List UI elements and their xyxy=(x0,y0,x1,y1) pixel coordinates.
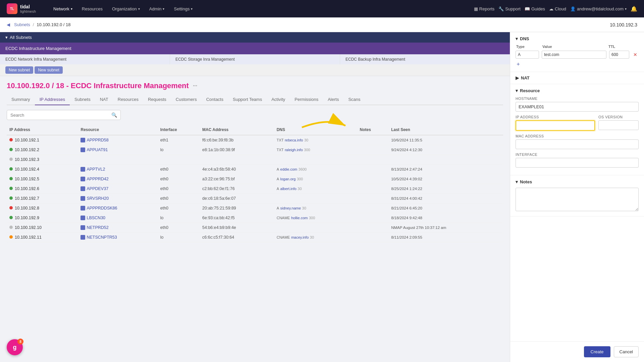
dns-type-input-0[interactable] xyxy=(516,51,539,59)
hostname-field: Hostname xyxy=(516,97,639,112)
create-button[interactable]: Create xyxy=(584,346,610,357)
tab-requests[interactable]: Requests xyxy=(143,94,171,105)
table-row[interactable]: 10.100.192.9LBSCN30lo6e:93:ca:bb:42:f5CN… xyxy=(7,213,503,223)
mac-address-input[interactable] xyxy=(516,139,639,149)
table-row[interactable]: 10.100.192.5APPPRD42eth0a3:22:ce:96:75:b… xyxy=(7,174,503,184)
resource-cell: APPTVL2 xyxy=(78,165,157,174)
tab-activity[interactable]: Activity xyxy=(267,94,290,105)
tab-resources[interactable]: Resources xyxy=(113,94,143,105)
resource-link[interactable]: APPUAT91 xyxy=(80,147,155,152)
tab-ip-addresses[interactable]: IP Addresses xyxy=(35,94,70,105)
interface-cell: eth0 xyxy=(158,194,200,203)
cancel-button[interactable]: Cancel xyxy=(614,346,639,357)
gravatar-badge[interactable]: g 8 xyxy=(7,339,23,355)
new-subnet-btn-1[interactable]: New subnet xyxy=(35,66,62,74)
table-row[interactable]: 10.100.192.3 xyxy=(7,155,503,165)
table-row[interactable]: 10.100.192.4APPTVL2eth04e:c4:a3:6b:58:40… xyxy=(7,165,503,174)
nav-admin[interactable]: Admin ▾ xyxy=(145,4,169,13)
hostname-input[interactable] xyxy=(516,102,639,112)
resource-link[interactable]: NETSCNPTR53 xyxy=(80,235,155,240)
resource-link[interactable]: APPPRDDSK86 xyxy=(80,206,155,210)
table-row[interactable]: 10.100.192.1APPPRD58eth1f6:c6:be:39:f8:3… xyxy=(7,135,503,145)
resource-link[interactable]: SRVSRH20 xyxy=(80,196,155,201)
table-row[interactable]: 10.100.192.7SRVSRH20eth0de:c6:18:5a:6e:0… xyxy=(7,194,503,203)
ip-address-input[interactable] xyxy=(516,120,595,131)
notes-textarea[interactable] xyxy=(516,188,639,211)
logo-name: tidal xyxy=(20,4,36,10)
nav-settings[interactable]: Settings ▾ xyxy=(170,4,197,13)
mac-cell: f6:c6:be:39:f8:3b xyxy=(200,135,274,145)
resource-link[interactable]: APPTVL2 xyxy=(80,167,155,172)
nav-reports[interactable]: ▦ Reports xyxy=(474,6,495,11)
nav-guides[interactable]: 📖 Guides xyxy=(525,6,545,11)
table-row[interactable]: 10.100.192.6APPDEV37eth0c2:bb:62:0e:f1:7… xyxy=(7,184,503,194)
logo-area[interactable]: TL tidal lightmesh xyxy=(7,3,36,14)
resource-link[interactable]: NETPRD52 xyxy=(80,225,155,230)
dns-value-input-0[interactable] xyxy=(542,51,606,59)
dns-delete-icon-0[interactable]: ✕ xyxy=(633,52,637,57)
dns-value: eddie.com xyxy=(280,167,298,171)
tabs-row: Summary IP Addresses Subnets NAT Resourc… xyxy=(7,94,503,105)
dns-ttl: 30 xyxy=(298,187,302,191)
notes-section-header[interactable]: ▾ Notes xyxy=(516,179,639,184)
notes-cell xyxy=(357,213,389,223)
os-version-input[interactable] xyxy=(598,120,639,130)
resource-link[interactable]: APPPRD42 xyxy=(80,177,155,181)
table-row[interactable]: 10.100.192.8APPPRDDSK86eth020:ab:75:21:5… xyxy=(7,203,503,213)
dns-section-header[interactable]: ▾ DNS xyxy=(516,36,639,41)
subnet-child-0[interactable]: ECDC Network Infra Management xyxy=(0,54,170,64)
main-subnet-item[interactable]: ECDC Infrastructure Management xyxy=(0,43,510,54)
dns-type: A xyxy=(277,177,279,181)
all-subnets-item[interactable]: ▾ All Subnets xyxy=(0,32,510,43)
resource-icon xyxy=(80,225,85,230)
tab-alerts[interactable]: Alerts xyxy=(323,94,343,105)
table-row[interactable]: 10.100.192.11NETSCNPTR53loc6:6c:c5:f7:30… xyxy=(7,233,503,242)
ip-cell: 10.100.192.5 xyxy=(7,174,78,184)
resource-link[interactable]: LBSCN30 xyxy=(80,216,155,220)
more-options-icon[interactable]: ··· xyxy=(193,83,197,89)
nav-network[interactable]: Network ▾ xyxy=(49,4,76,13)
main-layout: ▾ All Subnets ECDC Infrastructure Manage… xyxy=(0,32,644,362)
tab-nat[interactable]: NAT xyxy=(95,94,113,105)
resource-link[interactable]: APPPRD58 xyxy=(80,138,155,142)
resource-section-header[interactable]: ▾ Resource xyxy=(516,88,639,93)
tab-summary[interactable]: Summary xyxy=(7,94,35,105)
new-subnet-btn-0[interactable]: New subnet xyxy=(5,66,33,74)
tab-contacts[interactable]: Contacts xyxy=(202,94,228,105)
interface-cell: eth0 xyxy=(158,174,200,184)
tab-support-teams[interactable]: Support Teams xyxy=(228,94,267,105)
dns-row-0: ✕ xyxy=(516,51,639,59)
subnet-child-2[interactable]: ECDC Backup Infra Management xyxy=(340,54,510,64)
notification-bell[interactable]: 🔔 xyxy=(631,6,637,12)
interface-input[interactable] xyxy=(516,158,639,168)
subnet-child-1[interactable]: ECDC Storage Inra Management xyxy=(170,54,340,64)
nav-organization[interactable]: Organization ▾ xyxy=(108,4,144,13)
status-dot xyxy=(9,148,13,151)
chart-icon: ▦ xyxy=(474,6,478,11)
interface-cell: lo xyxy=(158,145,200,155)
table-row[interactable]: 10.100.192.2APPUAT91loe8:1a:1b:00:38:9fT… xyxy=(7,145,503,155)
nav-support[interactable]: 🔧 Support xyxy=(498,6,521,11)
dns-ttl-input-0[interactable] xyxy=(609,51,629,59)
nav-resources[interactable]: Resources xyxy=(78,4,107,13)
resource-link[interactable]: APPDEV37 xyxy=(80,186,155,191)
dns-add-icon[interactable]: ＋ xyxy=(516,61,521,67)
ip-cell: 10.100.192.1 xyxy=(7,135,78,145)
nav-items: Network ▾ Resources Organization ▾ Admin… xyxy=(49,4,474,13)
col-mac: MAC Address xyxy=(200,125,274,135)
tab-customers[interactable]: Customers xyxy=(171,94,202,105)
tab-scans[interactable]: Scans xyxy=(343,94,365,105)
breadcrumb-subnets[interactable]: Subnets xyxy=(14,22,30,27)
nat-section-header[interactable]: ▶ NAT xyxy=(516,75,639,80)
ip-cell: 10.100.192.11 xyxy=(7,233,78,242)
nav-cloud[interactable]: ☁ Cloud xyxy=(549,6,566,11)
table-row[interactable]: 10.100.192.10NETPRD52eth054:b6:e4:b9:b9:… xyxy=(7,223,503,233)
search-bar-row: 🔍 xyxy=(7,110,503,120)
nav-user[interactable]: 👤 andrew@tidalcloud.com ▾ xyxy=(570,6,627,11)
tab-permissions[interactable]: Permissions xyxy=(290,94,323,105)
notes-cell xyxy=(357,203,389,213)
tab-subnets[interactable]: Subnets xyxy=(70,94,95,105)
breadcrumb-back-icon: ◀ xyxy=(7,22,10,27)
search-input[interactable] xyxy=(10,113,109,118)
interface-field: Interface xyxy=(516,153,639,168)
